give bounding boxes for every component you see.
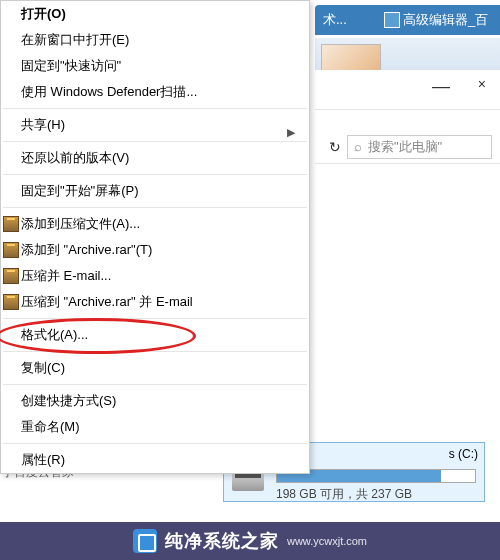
menu-separator <box>3 318 307 319</box>
drive-capacity-text: 198 GB 可用，共 237 GB <box>276 486 412 503</box>
explorer-titlebar: — × <box>315 70 500 110</box>
menu-copy[interactable]: 复制(C) <box>1 355 309 381</box>
menu-rar-addto-label: 添加到 "Archive.rar"(T) <box>21 242 152 257</box>
menu-rar-add[interactable]: 添加到压缩文件(A)... <box>1 211 309 237</box>
watermark-banner: 纯净系统之家 www.ycwxjt.com <box>0 522 500 560</box>
menu-format[interactable]: 格式化(A)... <box>1 322 309 348</box>
menu-defender-scan[interactable]: 使用 Windows Defender扫描... <box>1 79 309 105</box>
tab-favicon-icon <box>384 12 400 28</box>
menu-separator <box>3 108 307 109</box>
minimize-button[interactable]: — <box>432 76 450 97</box>
rar-icon <box>3 216 19 232</box>
menu-rename[interactable]: 重命名(M) <box>1 414 309 440</box>
menu-share-label: 共享(H) <box>21 117 65 132</box>
tab-1-label: 术... <box>323 12 347 27</box>
close-button[interactable]: × <box>478 76 486 92</box>
menu-separator <box>3 384 307 385</box>
drive-label: s (C:) <box>449 447 478 461</box>
watermark-logo-icon <box>133 529 157 553</box>
menu-properties[interactable]: 属性(R) <box>1 447 309 473</box>
menu-rar-email[interactable]: 压缩并 E-mail... <box>1 263 309 289</box>
menu-rar-add-label: 添加到压缩文件(A)... <box>21 216 140 231</box>
menu-create-shortcut[interactable]: 创建快捷方式(S) <box>1 388 309 414</box>
rar-icon <box>3 242 19 258</box>
search-placeholder: 搜索"此电脑" <box>368 138 442 156</box>
menu-separator <box>3 141 307 142</box>
menu-separator <box>3 443 307 444</box>
rar-icon <box>3 294 19 310</box>
menu-rar-email-label: 压缩并 E-mail... <box>21 268 111 283</box>
watermark-main: 纯净系统之家 <box>165 529 279 553</box>
menu-pin-quick-access[interactable]: 固定到"快速访问" <box>1 53 309 79</box>
browser-tab-2[interactable]: 高级编辑器_百度 <box>378 5 500 35</box>
search-input[interactable]: ⌕ 搜索"此电脑" <box>347 135 492 159</box>
watermark-sub: www.ycwxjt.com <box>287 535 367 547</box>
menu-share[interactable]: 共享(H)▶ <box>1 112 309 138</box>
menu-open-new-window[interactable]: 在新窗口中打开(E) <box>1 27 309 53</box>
menu-pin-start[interactable]: 固定到"开始"屏幕(P) <box>1 178 309 204</box>
menu-rar-addemail[interactable]: 压缩到 "Archive.rar" 并 E-mail <box>1 289 309 315</box>
context-menu: 打开(O) 在新窗口中打开(E) 固定到"快速访问" 使用 Windows De… <box>0 0 310 474</box>
drive-icon <box>232 471 264 491</box>
explorer-toolbar: ↻ ⌕ 搜索"此电脑" <box>315 130 500 164</box>
menu-separator <box>3 351 307 352</box>
ribbon-decoration <box>321 44 381 72</box>
chevron-right-icon: ▶ <box>287 119 295 145</box>
menu-rar-addto[interactable]: 添加到 "Archive.rar"(T) <box>1 237 309 263</box>
menu-rar-addemail-label: 压缩到 "Archive.rar" 并 E-mail <box>21 294 193 309</box>
menu-restore-versions[interactable]: 还原以前的版本(V) <box>1 145 309 171</box>
rar-icon <box>3 268 19 284</box>
refresh-button[interactable]: ↻ <box>329 139 341 155</box>
menu-separator <box>3 174 307 175</box>
menu-open[interactable]: 打开(O) <box>1 1 309 27</box>
menu-separator <box>3 207 307 208</box>
search-icon: ⌕ <box>354 139 362 154</box>
